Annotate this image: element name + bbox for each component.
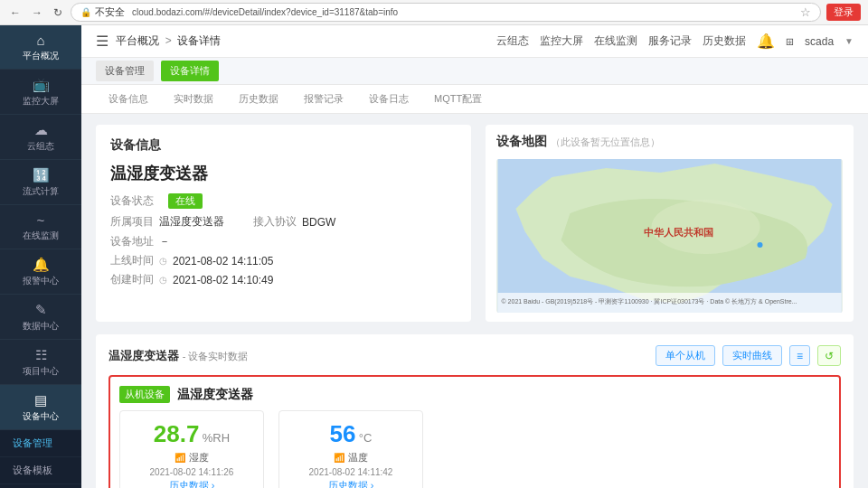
content-area: ☰ 平台概况 > 设备详情 云组态 监控大屏 在线监测 服务记录 历史数据 🔔 … [81,25,868,488]
top-nav-left: ☰ 平台概况 > 设备详情 [96,33,221,50]
temperature-history-link[interactable]: 历史数据 › [294,479,408,488]
device-info-row: 设备信息 温湿度变送器 设备状态 在线 所属项目 温湿度变送器 接入协议 B [96,125,854,322]
back-button[interactable]: ← [7,6,24,19]
slave-tag: 从机设备 [119,386,170,403]
address-bar[interactable]: 🔒 不安全 cloud.bodazi.com/#/deviceDetail/in… [71,3,821,22]
realtime-header: 温湿度变送器 - 设备实时数据 单个从机 实时曲线 ≡ ↺ [108,345,841,366]
sidebar-item-alarm[interactable]: 🔔 报警中心 [0,249,81,295]
sidebar: ⌂ 平台概况 📺 监控大屏 ☁ 云组态 🔢 流式计算 ~ 在线监测 🔔 报警中心… [0,25,81,488]
nav-link-alarm[interactable]: 服务记录 [648,33,692,49]
slave-name: 温湿度变送器 [177,387,253,403]
online-time-label: 上线时间 [110,253,154,268]
inner-tab-log[interactable]: 设备日志 [356,87,421,113]
online-time-value: 2021-08-02 14:11:05 [173,255,273,267]
sidebar-item-overview[interactable]: ⌂ 平台概况 [0,25,81,70]
calc-icon: 🔢 [33,167,50,183]
sidebar-item-cloud[interactable]: ☁ 云组态 [0,115,81,160]
info-protocol: 接入协议 BDGW [253,214,335,230]
address-label: 设备地址 [110,234,154,249]
humidity-value: 28.7 [154,420,200,447]
inner-tab-info[interactable]: 设备信息 [96,87,161,113]
humidity-unit: %RH [203,431,230,445]
nav-link-online[interactable]: 在线监测 [594,33,637,49]
breadcrumb: 平台概况 > 设备详情 [116,33,221,49]
project-label: 所属项目 [110,214,154,230]
status-label: 设备状态 [110,193,154,209]
page-tabs: 设备管理 设备详情 [81,58,868,85]
info-project: 所属项目 温湿度变送器 [110,214,224,230]
sidebar-item-device[interactable]: ▤ 设备中心 [0,385,81,430]
create-time-label: 创建时间 [110,272,154,287]
refresh-button[interactable]: ↻ [51,6,65,19]
sidebar-label-project: 项目中心 [23,366,59,377]
star-icon[interactable]: ☆ [800,5,811,19]
monitor-icon: 📺 [33,77,50,93]
status-badge: 在线 [168,193,203,209]
temperature-value-row: 56 °C [294,420,408,448]
map-svg: © 2021 Baidu - GB(2019)5218号 - 甲测资字11009… [496,159,843,313]
sidebar-sub-item-manage[interactable]: 设备管理 [0,430,81,457]
map-container: © 2021 Baidu - GB(2019)5218号 - 甲测资字11009… [496,159,843,313]
sidebar-label-alarm: 报警中心 [23,276,59,286]
nav-link-cloud[interactable]: 云组态 [496,33,529,49]
forward-button[interactable]: → [29,6,45,19]
project-icon: ☷ [35,347,47,363]
top-nav: ☰ 平台概况 > 设备详情 云组态 监控大屏 在线监测 服务记录 历史数据 🔔 … [81,25,868,58]
refresh-button[interactable]: ↺ [817,345,841,366]
tab-device-manage[interactable]: 设备管理 [96,61,154,81]
alarm-icon: 🔔 [33,257,50,273]
humidity-history-link[interactable]: 历史数据 › [135,479,249,488]
sidebar-sub-item-template[interactable]: 设备模板 [0,457,81,484]
map-card: 设备地图 （此设备暂无位置信息） [486,125,854,322]
nav-link-history[interactable]: 历史数据 [703,33,746,49]
fullscreen-icon[interactable]: ⧆ [786,33,794,49]
user-label: scada [805,35,834,48]
tab-device-detail[interactable]: 设备详情 [161,61,219,81]
bell-icon[interactable]: 🔔 [757,33,775,50]
url-text: cloud.bodazi.com/#/deviceDetail/index?de… [132,7,398,17]
sidebar-item-calc[interactable]: 🔢 流式计算 [0,160,81,205]
humidity-label-row: 📶 湿度 [135,451,249,465]
sidebar-item-online[interactable]: ~ 在线监测 [0,205,81,249]
user-dropdown-arrow[interactable]: ▼ [844,36,854,46]
temperature-value: 56 [330,420,356,447]
info-online-time: 上线时间 ◷ 2021-08-02 14:11:05 [110,253,457,268]
humidity-value-row: 28.7 %RH [135,420,249,448]
humidity-card: 28.7 %RH 📶 湿度 2021-08-02 14:11:26 历史数据 › [119,410,264,488]
inner-tabs: 设备信息 实时数据 历史数据 报警记录 设备日志 MQTT配置 [81,85,868,114]
sidebar-item-data[interactable]: ✎ 数据中心 [0,295,81,340]
sidebar-sub-item-gateway[interactable]: 网关模板 [0,484,81,488]
lock-icon: 🔒 [80,7,91,17]
device-status-row: 设备状态 在线 [110,193,457,209]
protocol-label: 接入协议 [253,214,297,230]
lock-label: 不安全 [95,5,125,19]
humidity-time: 2021-08-02 14:11:26 [135,467,249,477]
breadcrumb-current: 设备详情 [177,34,221,47]
inner-tab-alarm[interactable]: 报警记录 [291,87,356,113]
inner-tab-history[interactable]: 历史数据 [226,87,291,113]
realtime-curve-button[interactable]: 实时曲线 [722,345,782,366]
sidebar-item-monitor[interactable]: 📺 监控大屏 [0,70,81,115]
menu-toggle-icon[interactable]: ☰ [96,33,108,50]
home-icon: ⌂ [36,33,44,48]
sidebar-item-project[interactable]: ☷ 项目中心 [0,340,81,385]
info-create-time: 创建时间 ◷ 2021-08-02 14:10:49 [110,272,457,287]
inner-tab-realtime[interactable]: 实时数据 [161,87,226,113]
login-button[interactable]: 登录 [826,4,861,21]
inner-tab-mqtt[interactable]: MQTT配置 [421,87,495,113]
sidebar-sub-device: 设备管理 设备模板 网关模板 [0,430,81,488]
top-nav-right: 云组态 监控大屏 在线监测 服务记录 历史数据 🔔 ⧆ scada ▼ [496,33,854,50]
list-view-button[interactable]: ≡ [789,345,810,366]
sidebar-label-overview: 平台概况 [23,51,59,61]
sidebar-label-data: 数据中心 [23,321,59,332]
map-china-label: 中华人民共和国 [644,227,713,238]
nav-link-monitor[interactable]: 监控大屏 [540,33,583,49]
bar-icon: ✎ [35,302,47,318]
sidebar-label-device: 设备中心 [23,411,59,422]
breadcrumb-root[interactable]: 平台概况 [116,34,159,47]
realtime-section: 温湿度变送器 - 设备实时数据 单个从机 实时曲线 ≡ ↺ 从机设备 温湿度变送… [96,334,854,488]
single-slave-button[interactable]: 单个从机 [656,345,715,366]
wifi-icon-humidity: 📶 [175,453,185,463]
info-address: 设备地址 － [110,234,457,249]
project-value: 温湿度变送器 [159,214,224,230]
